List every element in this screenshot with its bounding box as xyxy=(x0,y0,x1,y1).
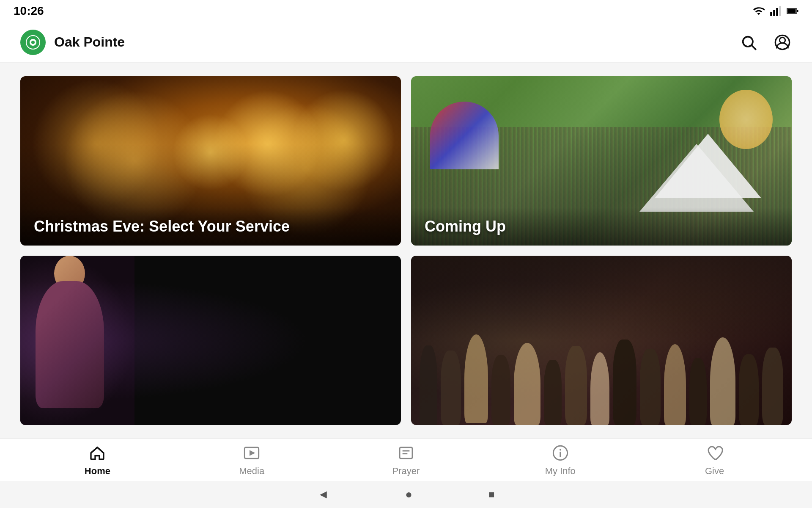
christmas-eve-title: Christmas Eve: Select Your Service xyxy=(34,218,290,235)
audience-silhouettes xyxy=(411,332,792,425)
home-nav-icon xyxy=(88,444,107,462)
christmas-eve-card[interactable]: Christmas Eve: Select Your Service xyxy=(20,76,401,246)
myinfo-nav-icon xyxy=(551,444,570,462)
android-nav-bar: ◄ ● ■ xyxy=(0,481,812,508)
media-nav-icon xyxy=(242,444,261,462)
nav-give[interactable]: Give xyxy=(681,444,749,477)
app-name: Oak Pointe xyxy=(54,34,125,50)
give-nav-icon xyxy=(705,444,724,462)
android-back-button[interactable]: ◄ xyxy=(317,488,329,501)
svg-rect-3 xyxy=(779,6,781,16)
media-nav-label: Media xyxy=(239,466,264,477)
sermon-card[interactable] xyxy=(20,256,401,425)
give-nav-label: Give xyxy=(705,466,724,477)
svg-rect-5 xyxy=(797,10,798,12)
logo-icon xyxy=(25,35,41,50)
svg-rect-6 xyxy=(787,9,796,13)
search-icon xyxy=(740,34,757,51)
nav-home[interactable]: Home xyxy=(63,444,131,477)
speaker-body xyxy=(36,281,104,408)
svg-line-11 xyxy=(752,45,756,49)
svg-rect-1 xyxy=(773,10,775,16)
prayer-nav-label: Prayer xyxy=(392,466,420,477)
profile-icon xyxy=(774,34,791,51)
worship-stage-bg xyxy=(411,256,792,340)
tent xyxy=(655,134,761,198)
android-recent-button[interactable]: ■ xyxy=(488,489,495,500)
svg-marker-15 xyxy=(250,450,255,456)
speaker-figure xyxy=(36,281,104,408)
search-button[interactable] xyxy=(739,33,758,52)
give-icon xyxy=(706,444,723,461)
myinfo-nav-label: My Info xyxy=(545,466,576,477)
worship-card[interactable] xyxy=(411,256,792,425)
header-actions xyxy=(739,33,792,52)
status-bar: 10:26 xyxy=(0,0,812,22)
nav-prayer[interactable]: Prayer xyxy=(372,444,440,477)
svg-rect-2 xyxy=(776,8,778,16)
status-time: 10:26 xyxy=(14,4,44,18)
app-header: Oak Pointe xyxy=(0,22,812,63)
signal-icon xyxy=(770,5,782,17)
christmas-eve-label: Christmas Eve: Select Your Service xyxy=(20,207,401,246)
home-icon xyxy=(89,444,106,461)
wifi-icon xyxy=(753,5,765,17)
svg-rect-0 xyxy=(770,12,772,16)
content-grid: Christmas Eve: Select Your Service Comin… xyxy=(0,63,812,439)
info-icon xyxy=(552,444,569,461)
coming-up-card[interactable]: Coming Up xyxy=(411,76,792,246)
header-brand: Oak Pointe xyxy=(20,30,125,55)
home-nav-label: Home xyxy=(85,466,110,477)
svg-rect-16 xyxy=(400,447,412,458)
coming-up-label: Coming Up xyxy=(411,207,792,246)
coming-up-title: Coming Up xyxy=(425,218,506,235)
svg-point-13 xyxy=(779,37,785,43)
status-icons xyxy=(753,5,798,17)
battery-icon xyxy=(787,5,798,17)
prayer-nav-icon xyxy=(397,444,415,462)
nav-myinfo[interactable]: My Info xyxy=(527,444,594,477)
app-logo[interactable] xyxy=(20,30,46,55)
media-icon xyxy=(243,444,260,461)
nav-media[interactable]: Media xyxy=(218,444,285,477)
profile-button[interactable] xyxy=(773,33,792,52)
svg-point-21 xyxy=(560,449,561,450)
bottom-nav: Home Media Prayer xyxy=(0,439,812,481)
android-home-button[interactable]: ● xyxy=(405,488,412,501)
bounce-house xyxy=(430,102,499,169)
prayer-icon xyxy=(398,444,414,461)
svg-point-9 xyxy=(31,41,35,44)
